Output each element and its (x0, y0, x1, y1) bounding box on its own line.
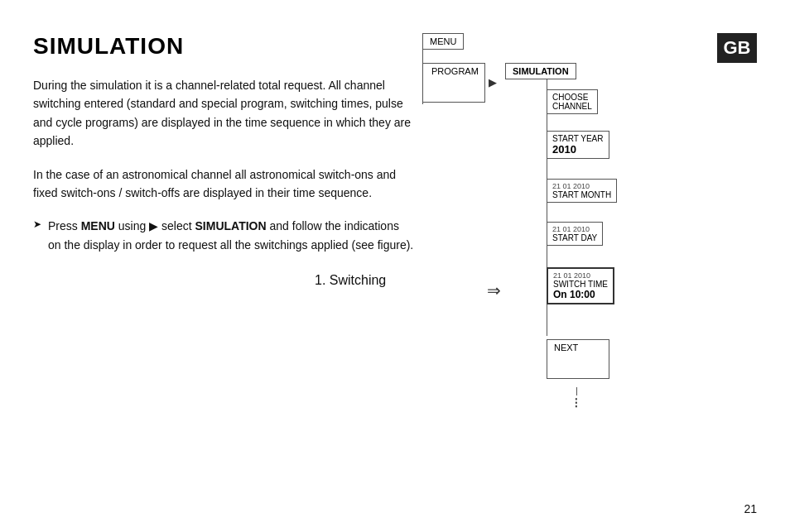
page-number: 21 (744, 502, 757, 515)
switching-label: 1. Switching (315, 273, 386, 288)
content-area: SIMULATION During the simulation it is a… (33, 33, 414, 254)
switching-arrow-icon: ⇒ (487, 280, 501, 300)
diagram-area: MENU PROGRAM ▶ SIMULATION CHOOSE CHANNEL (422, 33, 754, 397)
diagram-wrapper: MENU PROGRAM ▶ SIMULATION CHOOSE CHANNEL (422, 33, 687, 397)
instruction-middle: using ▶ select (115, 219, 195, 232)
start-year-box: START YEAR 2010 (547, 131, 609, 159)
arrow-right-icon: ▶ (489, 76, 497, 89)
page-title: SIMULATION (33, 33, 414, 60)
switch-time-box: 21 01 2010 SWITCH TIME On 10:00 (547, 267, 614, 304)
body-paragraph-2: In the case of an astronomical channel a… (33, 165, 414, 203)
dots-below: ⁝ (574, 387, 579, 410)
simulation-box: SIMULATION (505, 63, 576, 79)
program-box: PROGRAM (422, 63, 485, 103)
instruction-text: Press MENU using ▶ select SIMULATION and… (33, 217, 414, 254)
choose-channel-box: CHOOSE CHANNEL (547, 89, 598, 114)
start-month-box: 21 01 2010 START MONTH (547, 179, 617, 203)
simulation-bold: SIMULATION (195, 219, 267, 232)
next-box: NEXT (547, 339, 609, 379)
body-paragraph-1: During the simulation it is a channel-re… (33, 76, 414, 151)
menu-bold: MENU (81, 219, 115, 232)
start-day-box: 21 01 2010 START DAY (547, 222, 603, 246)
menu-box: MENU (422, 33, 464, 50)
